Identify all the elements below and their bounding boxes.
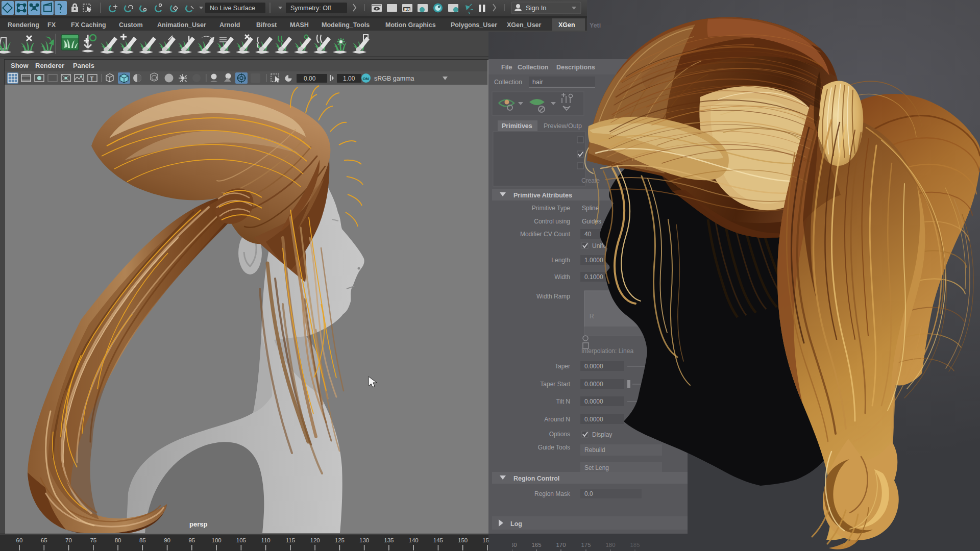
svg-text:No Live Surface: No Live Surface (210, 5, 255, 12)
svg-text:sRGB gamma: sRGB gamma (374, 75, 414, 82)
svg-text:90: 90 (164, 537, 170, 543)
svg-text:IPR: IPR (404, 7, 410, 12)
svg-text:135: 135 (384, 537, 394, 543)
svg-text:Motion Graphics: Motion Graphics (385, 21, 436, 29)
svg-text:145: 145 (433, 537, 443, 543)
svg-text:125: 125 (335, 537, 345, 543)
svg-text:75: 75 (90, 537, 96, 543)
svg-text:130: 130 (359, 537, 369, 543)
svg-text:T: T (90, 76, 94, 82)
svg-text:85: 85 (139, 537, 146, 543)
svg-text:60: 60 (16, 537, 23, 543)
svg-text:FX: FX (47, 21, 56, 29)
svg-text:ON: ON (363, 77, 369, 81)
svg-text:100: 100 (211, 537, 221, 543)
svg-text:Custom: Custom (119, 21, 143, 29)
svg-text:Arnold: Arnold (219, 21, 240, 29)
svg-text:MASH: MASH (290, 21, 309, 29)
svg-text:Bifrost: Bifrost (256, 21, 277, 29)
svg-text:Animation_User: Animation_User (157, 21, 206, 29)
svg-text:FX Caching: FX Caching (71, 21, 106, 29)
svg-text:140: 140 (409, 537, 419, 543)
svg-text:95: 95 (188, 537, 195, 543)
svg-text:115: 115 (286, 537, 295, 543)
svg-text:Rendering: Rendering (8, 21, 39, 29)
svg-text:Symmetry: Off: Symmetry: Off (290, 5, 331, 12)
svg-text:150: 150 (458, 537, 468, 543)
svg-text:105: 105 (236, 537, 246, 543)
svg-text:Yeti: Yeti (590, 22, 601, 29)
svg-text:Modeling_Tools: Modeling_Tools (322, 21, 370, 29)
svg-text:120: 120 (310, 537, 320, 543)
svg-text:110: 110 (261, 537, 270, 543)
svg-text:80: 80 (115, 537, 121, 543)
svg-text:65: 65 (41, 537, 47, 543)
svg-text:70: 70 (65, 537, 72, 543)
svg-text:0.00: 0.00 (304, 75, 316, 82)
svg-text:persp: persp (189, 520, 207, 528)
svg-text:1.00: 1.00 (343, 75, 355, 82)
